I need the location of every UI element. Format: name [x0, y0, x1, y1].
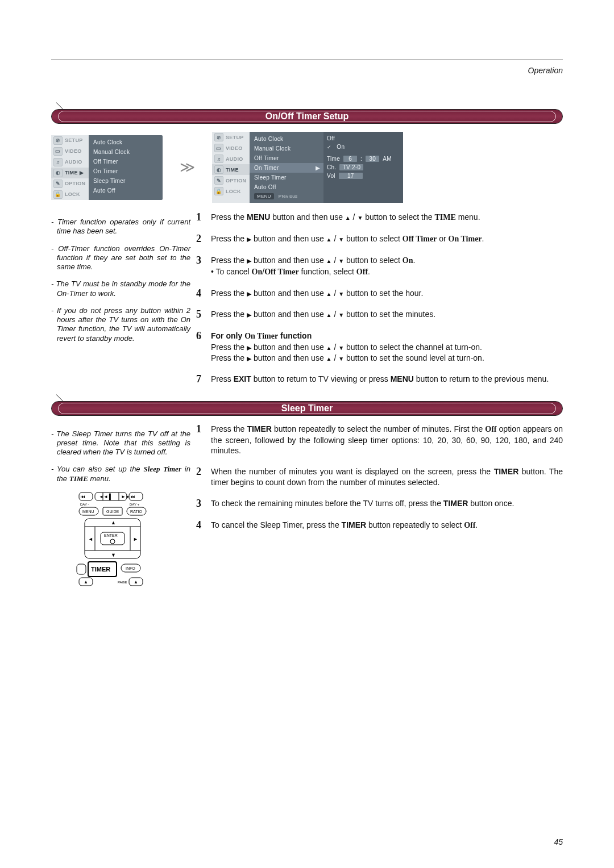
osd-item-video: VIDEO	[65, 148, 82, 154]
osd-item-time: TIME ▶	[65, 170, 84, 176]
step-5: Press the button and then use / button t…	[211, 309, 563, 320]
remote-day-minus-label: DAY -	[80, 503, 89, 506]
note-2: Off-Timer function overrides On-Timer fu…	[51, 244, 190, 272]
osd-time-submenu: Auto Clock Manual Clock Off Timer On Tim…	[89, 135, 163, 200]
page-number: 45	[554, 837, 563, 846]
svg-text:►►: ►►	[121, 494, 130, 499]
svg-text:⏮: ⏮	[81, 494, 85, 499]
osd-item-setup: SETUP	[65, 137, 83, 143]
osd-sidebar: ⎚SETUP ▭VIDEO ♬AUDIO ◐TIME ✎OPTION 🔒LOCK	[212, 132, 250, 203]
step-4: Press the button and then use / button t…	[211, 288, 563, 299]
remote-info-label: INFO	[126, 566, 135, 570]
step-7: Press EXIT button to return to TV viewin…	[211, 374, 563, 385]
header-rule	[51, 60, 563, 60]
remote-ratio-label: RATIO	[130, 510, 142, 514]
osd-on-timer-panel: Off On Time 6: 30 AM Ch. TV 2-0 Vol	[323, 132, 403, 203]
notes-column-2: The Sleep Timer turns the TV off at the …	[51, 424, 196, 588]
section-title: Sleep Timer	[51, 401, 563, 416]
section-title: On/Off Timer Setup	[51, 109, 563, 124]
remote-guide-label: GUIDE	[106, 510, 119, 514]
osd-item-audio: AUDIO	[65, 159, 82, 165]
step-2: Press the button and then use / button t…	[211, 233, 563, 245]
transition-arrow-icon: ≫	[180, 158, 195, 176]
svg-text:▲: ▲	[134, 579, 138, 585]
osd-volume: 17	[339, 173, 363, 179]
svg-text:►: ►	[133, 536, 138, 542]
osd-after: ⎚SETUP ▭VIDEO ♬AUDIO ◐TIME ✎OPTION 🔒LOCK…	[212, 132, 403, 203]
osd-illustration-row: ⎚SETUP ▭VIDEO ♬AUDIO ◐TIME ▶ ✎OPTION 🔒LO…	[51, 132, 563, 203]
osd-minute: 30	[366, 156, 379, 162]
note-3: The TV must be in standby mode for the O…	[51, 279, 190, 298]
osd-channel: TV 2-0	[339, 164, 363, 170]
sleep-step-3: To check the remaining minutes before th…	[211, 498, 563, 510]
svg-rect-24	[77, 564, 86, 574]
remote-enter-label: ENTER	[104, 533, 118, 537]
osd-footer: MENUPrevious	[253, 192, 320, 201]
remote-day-plus-label: DAY +	[130, 503, 139, 506]
svg-text:▲: ▲	[84, 579, 88, 585]
steps-column: 1 Press the MENU button and then use / b…	[196, 212, 563, 395]
note-4: If you do not press any button within 2 …	[51, 306, 190, 343]
section-header: Operation	[51, 66, 563, 75]
osd-hour: 6	[343, 156, 357, 162]
osd-item-lock: LOCK	[65, 191, 80, 197]
sleep-step-2: When the number of minutes you want is d…	[211, 466, 563, 488]
sleep-note-2: You can also set up the Sleep Timer in t…	[51, 465, 190, 483]
svg-text:◄◄: ◄◄	[99, 494, 108, 499]
sleep-step-1: Press the TIMER button repeatedly to sel…	[211, 424, 563, 457]
svg-point-23	[110, 539, 115, 544]
step-1: Press the MENU button and then use / but…	[211, 212, 563, 223]
svg-text:▲: ▲	[111, 520, 116, 525]
osd-item-option: OPTION	[65, 181, 85, 186]
remote-illustration: ◄◄ ▍ ►► ⏮ ⏭ DAY - DAY + MENU GUIDE RATIO	[76, 491, 167, 588]
osd-sidebar: ⎚SETUP ▭VIDEO ♬AUDIO ◐TIME ▶ ✎OPTION 🔒LO…	[51, 135, 89, 200]
section-title-bar: Sleep Timer	[51, 401, 563, 416]
svg-text:▍: ▍	[109, 493, 114, 500]
section-title-bar: On/Off Timer Setup	[51, 109, 563, 124]
sleep-note-1: The Sleep Timer turns the TV off at the …	[51, 429, 190, 457]
note-1: Timer function operates only if current …	[51, 218, 190, 236]
sleep-steps-column: 1 Press the TIMER button repeatedly to s…	[196, 424, 563, 588]
svg-text:⏭: ⏭	[131, 494, 135, 499]
manual-page: Operation On/Off Timer Setup ⎚SETUP ▭VID…	[0, 0, 614, 868]
osd-before: ⎚SETUP ▭VIDEO ♬AUDIO ◐TIME ▶ ✎OPTION 🔒LO…	[51, 135, 163, 200]
step-3: Press the button and then use / button t…	[211, 255, 563, 278]
sleep-step-4: To cancel the Sleep Timer, press the TIM…	[211, 520, 563, 531]
svg-text:◄: ◄	[88, 536, 93, 542]
step-6: For only On Timer function Press the but…	[211, 331, 563, 364]
osd-time-submenu: Auto Clock Manual Clock Off Timer On Tim…	[250, 132, 323, 203]
remote-timer-button-label: TIMER	[91, 566, 110, 573]
notes-column: Timer function operates only if current …	[51, 212, 196, 395]
svg-text:▼: ▼	[111, 552, 116, 558]
remote-menu-label: MENU	[82, 510, 94, 514]
remote-page-label: PAGE	[118, 581, 127, 584]
